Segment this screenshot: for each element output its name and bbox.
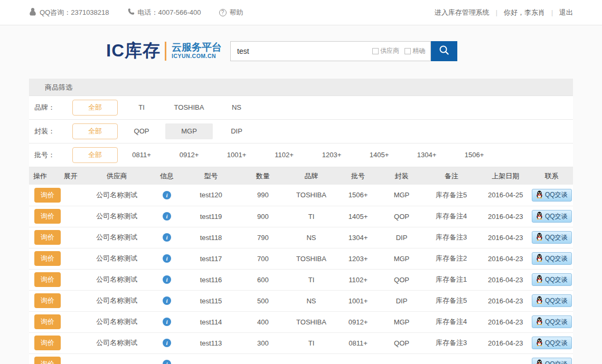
filter-group: 批号：全部0811+0912+1001+1102+1203+1405+1304+… (29, 143, 573, 167)
column-header: 封装 (381, 167, 422, 185)
phone-contact: 电话：4007-566-400 (127, 8, 201, 17)
qq-penguin-icon (536, 190, 543, 200)
qq-chat-button[interactable]: QQ交谈 (532, 294, 572, 307)
expand-cell (60, 311, 83, 332)
column-header: 备注 (422, 167, 481, 185)
help-link[interactable]: 帮助 (219, 8, 243, 17)
qq-chat-button[interactable]: QQ交谈 (532, 252, 572, 265)
filter-all-button[interactable]: 全部 (72, 100, 118, 116)
enter-inventory-system-link[interactable]: 进入库存管理系统 (435, 8, 490, 17)
filter-all-button[interactable]: 全部 (72, 147, 118, 163)
supplier-checkbox[interactable]: 供应商 (372, 46, 399, 55)
filter-option[interactable]: 1304+ (403, 147, 450, 163)
info-icon[interactable] (163, 212, 171, 221)
search-button[interactable] (431, 41, 457, 61)
date-cell (481, 353, 531, 364)
separator (551, 8, 553, 16)
filter-groups: 品牌：全部TITOSHIBANS封装：全部QOPMGPDIP批号：全部0811+… (29, 96, 573, 167)
filter-option[interactable]: 1203+ (308, 147, 355, 163)
qq-chat-button[interactable]: QQ交谈 (532, 337, 572, 349)
info-icon[interactable] (163, 339, 171, 347)
inquiry-button[interactable]: 询价 (34, 314, 61, 329)
supplier-checkbox-label: 供应商 (380, 46, 399, 55)
inquiry-button[interactable]: 询价 (34, 293, 61, 308)
package-cell: MGP (381, 185, 422, 206)
brand-cell (287, 353, 335, 364)
brand-cell: NS (287, 290, 335, 311)
filter-option[interactable]: MGP (165, 123, 213, 139)
expand-cell (60, 332, 83, 353)
qq-chat-button[interactable]: QQ交谈 (532, 315, 572, 328)
table-row: 询价公司名称测试test120990TOSHIBA1506+MGP库存备注520… (29, 185, 573, 206)
topbar: QQ咨询：2371038218 电话：4007-566-400 帮助 进入库存管… (0, 0, 602, 25)
info-icon[interactable] (163, 318, 171, 326)
table-row: 询价公司名称测试test113300TI0811+QOP库存备注32016-04… (29, 332, 573, 353)
quantity-cell: 700 (239, 248, 288, 269)
info-icon[interactable] (163, 296, 171, 305)
inquiry-button[interactable]: 询价 (34, 272, 61, 287)
filter-option[interactable]: TI (118, 100, 165, 116)
table-row: 询价QQ交谈 (29, 353, 573, 364)
qq-chat-button[interactable]: QQ交谈 (532, 273, 572, 286)
model-cell: test120 (184, 185, 239, 206)
inquiry-button[interactable]: 询价 (34, 251, 61, 266)
brand-cell: TOSHIBA (287, 311, 335, 332)
action-cell: 询价 (29, 332, 60, 353)
qq-chat-button[interactable]: QQ交谈 (532, 189, 572, 202)
batch-cell: 1102+ (335, 269, 381, 290)
inquiry-button[interactable]: 询价 (34, 336, 61, 350)
quantity-cell: 600 (239, 269, 288, 290)
qq-chat-button[interactable]: QQ交谈 (532, 231, 572, 244)
qq-chat-button[interactable]: QQ交谈 (532, 358, 572, 364)
inquiry-button[interactable]: 询价 (34, 230, 61, 245)
site-logo: IC库存 云服务平台 ICYUN.COM.CN (106, 39, 222, 63)
info-icon[interactable] (163, 275, 171, 284)
filter-all-button[interactable]: 全部 (72, 123, 118, 139)
brand-cell: TOSHIBA (287, 185, 335, 206)
inquiry-button[interactable]: 询价 (34, 209, 61, 224)
help-icon (219, 9, 227, 16)
filter-option[interactable]: 1001+ (213, 147, 260, 163)
info-cell (150, 248, 184, 269)
inquiry-button[interactable]: 询价 (34, 188, 61, 203)
info-cell (150, 185, 184, 206)
batch-cell: 0912+ (335, 311, 381, 332)
model-cell (184, 353, 239, 364)
inquiry-button[interactable]: 询价 (34, 357, 61, 364)
info-icon[interactable] (163, 233, 171, 242)
filter-option[interactable]: DIP (213, 123, 260, 139)
contact-cell: QQ交谈 (531, 248, 573, 269)
search-input[interactable] (231, 42, 372, 61)
info-icon[interactable] (163, 254, 171, 263)
filter-option[interactable]: NS (213, 100, 260, 116)
filter-option[interactable]: QOP (118, 123, 165, 139)
expand-cell (60, 248, 83, 269)
package-cell (381, 353, 422, 364)
action-cell: 询价 (29, 269, 60, 290)
package-cell: MGP (381, 248, 422, 269)
filter-option[interactable]: TOSHIBA (165, 100, 213, 116)
date-cell: 2016-04-23 (481, 248, 531, 269)
filter-option[interactable]: 1405+ (355, 147, 403, 163)
batch-cell: 1203+ (335, 248, 381, 269)
logout-link[interactable]: 退出 (559, 8, 573, 17)
batch-cell: 1001+ (335, 290, 381, 311)
filter-option[interactable]: 1506+ (450, 147, 498, 163)
filter-group: 封装：全部QOPMGPDIP (29, 120, 573, 143)
info-icon[interactable] (163, 360, 171, 364)
qq-chat-button[interactable]: QQ交谈 (532, 210, 572, 223)
note-cell: 库存备注5 (422, 290, 481, 311)
supplier-cell: 公司名称测试 (83, 185, 150, 206)
filter-option[interactable]: 0912+ (165, 147, 213, 163)
model-cell: test116 (184, 269, 239, 290)
filter-option[interactable]: 1102+ (260, 147, 308, 163)
info-icon[interactable] (163, 191, 171, 199)
date-cell: 2016-04-23 (481, 206, 531, 227)
qq-penguin-icon (536, 212, 543, 221)
date-cell: 2016-04-23 (481, 227, 531, 248)
column-header: 批号 (335, 167, 381, 185)
filter-option[interactable]: 0811+ (118, 147, 165, 163)
checkbox-icon (405, 48, 411, 54)
exact-checkbox[interactable]: 精确 (405, 46, 425, 55)
qq-consult[interactable]: QQ咨询：2371038218 (29, 8, 109, 17)
